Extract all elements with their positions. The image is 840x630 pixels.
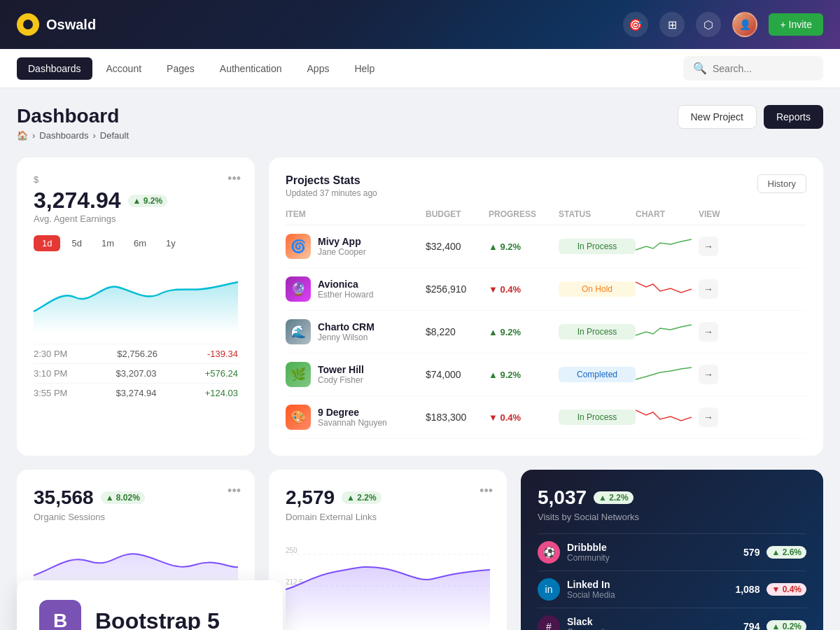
cards-row-top: ••• $ 3,274.94 ▲ 9.2% Avg. Agent Earning… <box>17 158 823 456</box>
table-row: 🔮 Avionica Esther Howard $256,910 ▼ 0.4%… <box>286 268 806 311</box>
mini-chart <box>636 279 699 300</box>
status-badge-inprocess: In Process <box>559 410 636 425</box>
earnings-card: ••• $ 3,274.94 ▲ 9.2% Avg. Agent Earning… <box>17 158 255 456</box>
status-badge-inprocess: In Process <box>559 239 636 254</box>
chart-row-1: 2:30 PM $2,756.26 -139.34 <box>34 344 238 363</box>
social-label: Visits by Social Networks <box>538 512 806 522</box>
social-row-slack: # Slack Community 794 ▲ 0.2% <box>538 608 806 630</box>
earnings-chart <box>34 262 238 332</box>
tab-authentication[interactable]: Authentication <box>209 57 293 80</box>
filter-6m[interactable]: 6m <box>125 235 155 251</box>
tab-pages[interactable]: Pages <box>155 57 206 80</box>
social-networks-card: ••• 5,037 ▲ 2.2% Visits by Social Networ… <box>521 470 823 630</box>
apps-icon[interactable]: ⊞ <box>659 12 685 37</box>
view-button[interactable]: → <box>699 322 718 342</box>
cards-row-bottom: ••• 35,568 ▲ 8.02% Organic Sessions <box>17 470 823 630</box>
slack-badge: ▲ 0.2% <box>766 620 806 630</box>
social-number: 5,037 ▲ 2.2% <box>538 486 806 509</box>
invite-button[interactable]: + Invite <box>769 13 823 36</box>
chart-row-2: 3:10 PM $3,207.03 +576.24 <box>34 363 238 383</box>
project-icon-9degree: 🎨 <box>286 405 311 430</box>
organic-badge: ▲ 8.02% <box>101 491 145 504</box>
project-icon-tower: 🌿 <box>286 362 311 387</box>
bootstrap-icon: B <box>39 600 81 630</box>
projects-header: Projects Stats Updated 37 minutes ago Hi… <box>286 174 806 198</box>
filter-1d[interactable]: 1d <box>34 235 60 251</box>
top-navigation: Oswald 🎯 ⊞ ⬡ 👤 + Invite <box>0 0 840 49</box>
dribbble-icon: ⚽ <box>538 541 560 564</box>
logo-icon <box>17 13 39 36</box>
reports-button[interactable]: Reports <box>764 105 823 129</box>
project-icon-charto: 🌊 <box>286 319 311 344</box>
table-row: 🌿 Tower Hill Cody Fisher $74,000 ▲ 9.2% … <box>286 354 806 396</box>
tab-dashboards[interactable]: Dashboards <box>17 57 92 80</box>
filter-1y[interactable]: 1y <box>158 235 184 251</box>
project-icon-mivy: 🌀 <box>286 234 311 259</box>
status-badge-completed: Completed <box>559 367 636 382</box>
view-button[interactable]: → <box>699 365 718 384</box>
organic-number: 35,568 ▲ 8.02% <box>34 486 238 509</box>
tab-account[interactable]: Account <box>95 57 153 80</box>
organic-sessions-card: ••• 35,568 ▲ 8.02% Organic Sessions <box>17 470 255 630</box>
social-badge: ▲ 2.2% <box>594 491 634 504</box>
bootstrap-text: Bootstrap 5 <box>95 608 220 631</box>
table-row: 🌊 Charto CRM Jenny Wilson $8,220 ▲ 9.2% … <box>286 311 806 354</box>
dribbble-badge: ▲ 2.6% <box>766 546 806 559</box>
secondary-navigation: Dashboards Account Pages Authentication … <box>0 49 840 88</box>
search-input[interactable] <box>713 63 813 74</box>
top-right-actions: 🎯 ⊞ ⬡ 👤 + Invite <box>623 12 823 37</box>
domain-number: 2,579 ▲ 2.2% <box>286 486 490 509</box>
status-badge-inprocess: In Process <box>559 324 636 340</box>
projects-stats-card: Projects Stats Updated 37 minutes ago Hi… <box>269 158 823 456</box>
project-icon-avionica: 🔮 <box>286 276 311 302</box>
breadcrumb: 🏠 › Dashboards › Default <box>17 130 129 141</box>
history-button[interactable]: History <box>757 174 806 193</box>
status-badge-onhold: On Hold <box>559 281 636 297</box>
mini-chart <box>636 364 699 385</box>
page-header: Dashboard 🏠 › Dashboards › Default New P… <box>17 105 823 141</box>
more-options-button[interactable]: ••• <box>227 484 241 498</box>
avatar[interactable]: 👤 <box>732 12 757 37</box>
table-row: 🌀 Mivy App Jane Cooper $32,400 ▲ 9.2% In… <box>286 225 806 268</box>
earnings-label: Avg. Agent Earnings <box>34 214 238 224</box>
time-filters: 1d 5d 1m 6m 1y <box>34 235 238 251</box>
header-actions: New Project Reports <box>678 105 824 129</box>
tab-apps[interactable]: Apps <box>296 57 341 80</box>
projects-title: Projects Stats <box>286 174 377 187</box>
view-button[interactable]: → <box>699 407 718 427</box>
social-row-linkedin: in Linked In Social Media 1,088 ▼ 0.4% <box>538 570 806 608</box>
chart-row-3: 3:55 PM $3,274.94 +124.03 <box>34 383 238 402</box>
tab-help[interactable]: Help <box>343 57 386 80</box>
filter-1m[interactable]: 1m <box>93 235 122 251</box>
mini-chart <box>636 407 699 428</box>
domain-badge: ▲ 2.2% <box>342 491 382 504</box>
logo-area: Oswald <box>17 13 96 36</box>
projects-table: ITEM BUDGET PROGRESS STATUS CHART VIEW 🌀… <box>286 209 806 439</box>
table-header: ITEM BUDGET PROGRESS STATUS CHART VIEW <box>286 209 806 225</box>
svg-text:250: 250 <box>286 547 298 554</box>
earnings-badge: ▲ 9.2% <box>128 195 168 207</box>
social-row-dribbble: ⚽ Dribbble Community 579 ▲ 2.6% <box>538 533 806 570</box>
share-icon[interactable]: ⬡ <box>696 12 721 37</box>
more-options-button[interactable]: ••• <box>227 172 241 186</box>
main-content: Dashboard 🏠 › Dashboards › Default New P… <box>0 88 840 630</box>
new-project-button[interactable]: New Project <box>678 105 757 129</box>
domain-label: Domain External Links <box>286 512 490 522</box>
filter-5d[interactable]: 5d <box>63 235 90 251</box>
projects-updated: Updated 37 minutes ago <box>286 188 377 198</box>
more-options-button[interactable]: ••• <box>479 484 493 498</box>
notification-icon[interactable]: 🎯 <box>623 12 648 37</box>
search-bar: 🔍 <box>683 56 823 80</box>
nav-tabs: Dashboards Account Pages Authentication … <box>17 57 386 80</box>
slack-icon: # <box>538 615 560 630</box>
domain-links-card: ••• 2,579 ▲ 2.2% Domain External Links <box>269 470 507 630</box>
linkedin-icon: in <box>538 578 560 601</box>
table-row: 🎨 9 Degree Savannah Nguyen $183,300 ▼ 0.… <box>286 396 806 439</box>
mini-chart <box>636 321 699 342</box>
currency-symbol: $ <box>34 174 238 185</box>
view-button[interactable]: → <box>699 279 718 299</box>
page-title: Dashboard <box>17 105 129 127</box>
mini-chart <box>636 236 699 257</box>
view-button[interactable]: → <box>699 237 718 256</box>
chart-data: 2:30 PM $2,756.26 -139.34 3:10 PM $3,207… <box>34 344 238 402</box>
